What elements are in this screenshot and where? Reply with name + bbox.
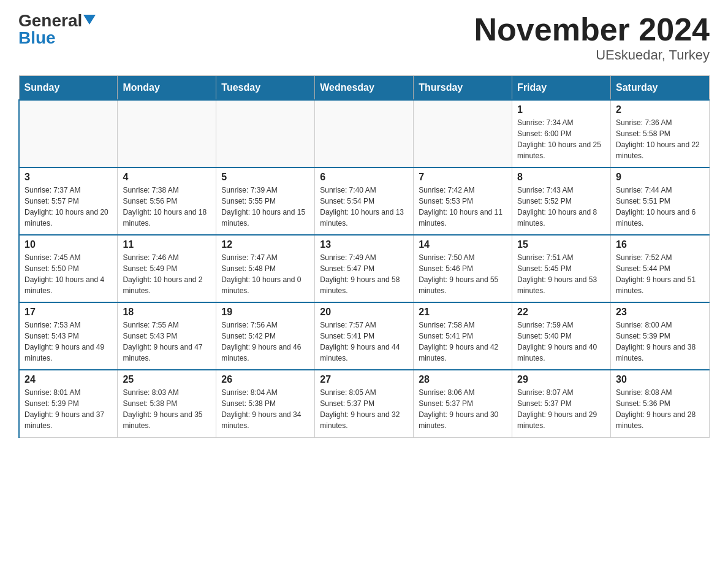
calendar-cell: 2Sunrise: 7:36 AMSunset: 5:58 PMDaylight… <box>611 100 710 167</box>
calendar-cell: 15Sunrise: 7:51 AMSunset: 5:45 PMDayligh… <box>512 235 611 302</box>
day-number: 1 <box>517 104 605 115</box>
weekday-header-monday: Monday <box>118 76 216 101</box>
location-title: UEskuedar, Turkey <box>474 47 710 63</box>
calendar-cell: 8Sunrise: 7:43 AMSunset: 5:52 PMDaylight… <box>512 167 611 235</box>
calendar-cell: 4Sunrise: 7:38 AMSunset: 5:56 PMDaylight… <box>118 167 216 235</box>
calendar-cell: 16Sunrise: 7:52 AMSunset: 5:44 PMDayligh… <box>611 235 710 302</box>
day-number: 11 <box>123 239 211 250</box>
day-number: 23 <box>616 307 704 318</box>
day-number: 22 <box>517 307 605 318</box>
day-number: 19 <box>221 307 309 318</box>
calendar-cell: 28Sunrise: 8:06 AMSunset: 5:37 PMDayligh… <box>414 370 512 437</box>
calendar-cell <box>414 100 512 167</box>
day-info: Sunrise: 8:01 AMSunset: 5:39 PMDaylight:… <box>25 387 112 431</box>
day-info: Sunrise: 7:50 AMSunset: 5:46 PMDaylight:… <box>419 252 507 296</box>
day-number: 3 <box>25 172 112 183</box>
calendar-cell: 12Sunrise: 7:47 AMSunset: 5:48 PMDayligh… <box>216 235 315 302</box>
weekday-header-friday: Friday <box>512 76 611 101</box>
day-number: 15 <box>517 239 605 250</box>
week-row-5: 24Sunrise: 8:01 AMSunset: 5:39 PMDayligh… <box>19 370 710 437</box>
calendar-cell: 17Sunrise: 7:53 AMSunset: 5:43 PMDayligh… <box>19 302 118 370</box>
day-info: Sunrise: 7:37 AMSunset: 5:57 PMDaylight:… <box>25 185 112 229</box>
day-info: Sunrise: 7:53 AMSunset: 5:43 PMDaylight:… <box>25 320 112 364</box>
weekday-header-thursday: Thursday <box>414 76 512 101</box>
calendar-cell <box>19 100 118 167</box>
calendar-cell: 22Sunrise: 7:59 AMSunset: 5:40 PMDayligh… <box>512 302 611 370</box>
calendar-cell: 9Sunrise: 7:44 AMSunset: 5:51 PMDaylight… <box>611 167 710 235</box>
calendar-cell: 29Sunrise: 8:07 AMSunset: 5:37 PMDayligh… <box>512 370 611 437</box>
day-number: 12 <box>221 239 309 250</box>
logo-blue-text: Blue <box>18 29 56 47</box>
calendar-cell: 6Sunrise: 7:40 AMSunset: 5:54 PMDaylight… <box>315 167 414 235</box>
day-number: 25 <box>123 374 211 385</box>
weekday-header-tuesday: Tuesday <box>216 76 315 101</box>
calendar-cell: 25Sunrise: 8:03 AMSunset: 5:38 PMDayligh… <box>118 370 216 437</box>
title-area: November 2024 UEskuedar, Turkey <box>474 12 710 63</box>
day-info: Sunrise: 7:57 AMSunset: 5:41 PMDaylight:… <box>320 320 408 364</box>
day-number: 20 <box>320 307 408 318</box>
day-number: 4 <box>123 172 211 183</box>
logo: General Blue <box>18 12 96 47</box>
calendar-cell: 26Sunrise: 8:04 AMSunset: 5:38 PMDayligh… <box>216 370 315 437</box>
day-info: Sunrise: 7:39 AMSunset: 5:55 PMDaylight:… <box>221 185 309 229</box>
day-number: 6 <box>320 172 408 183</box>
day-info: Sunrise: 8:05 AMSunset: 5:37 PMDaylight:… <box>320 387 408 431</box>
calendar-cell <box>216 100 315 167</box>
day-number: 16 <box>616 239 704 250</box>
day-info: Sunrise: 7:55 AMSunset: 5:43 PMDaylight:… <box>123 320 211 364</box>
day-number: 21 <box>419 307 507 318</box>
day-info: Sunrise: 7:51 AMSunset: 5:45 PMDaylight:… <box>517 252 605 296</box>
day-info: Sunrise: 7:42 AMSunset: 5:53 PMDaylight:… <box>419 185 507 229</box>
calendar-cell: 23Sunrise: 8:00 AMSunset: 5:39 PMDayligh… <box>611 302 710 370</box>
day-info: Sunrise: 8:07 AMSunset: 5:37 PMDaylight:… <box>517 387 605 431</box>
week-row-1: 1Sunrise: 7:34 AMSunset: 6:00 PMDaylight… <box>19 100 710 167</box>
day-info: Sunrise: 7:38 AMSunset: 5:56 PMDaylight:… <box>123 185 211 229</box>
calendar-cell: 21Sunrise: 7:58 AMSunset: 5:41 PMDayligh… <box>414 302 512 370</box>
calendar-cell: 7Sunrise: 7:42 AMSunset: 5:53 PMDaylight… <box>414 167 512 235</box>
day-info: Sunrise: 7:40 AMSunset: 5:54 PMDaylight:… <box>320 185 408 229</box>
day-number: 29 <box>517 374 605 385</box>
calendar-cell: 11Sunrise: 7:46 AMSunset: 5:49 PMDayligh… <box>118 235 216 302</box>
day-number: 10 <box>25 239 112 250</box>
week-row-3: 10Sunrise: 7:45 AMSunset: 5:50 PMDayligh… <box>19 235 710 302</box>
calendar-cell <box>315 100 414 167</box>
day-number: 28 <box>419 374 507 385</box>
day-number: 14 <box>419 239 507 250</box>
day-info: Sunrise: 7:56 AMSunset: 5:42 PMDaylight:… <box>221 320 309 364</box>
page-header: General Blue November 2024 UEskuedar, Tu… <box>18 12 710 63</box>
week-row-2: 3Sunrise: 7:37 AMSunset: 5:57 PMDaylight… <box>19 167 710 235</box>
day-number: 26 <box>221 374 309 385</box>
calendar-cell: 24Sunrise: 8:01 AMSunset: 5:39 PMDayligh… <box>19 370 118 437</box>
day-info: Sunrise: 8:06 AMSunset: 5:37 PMDaylight:… <box>419 387 507 431</box>
day-info: Sunrise: 7:58 AMSunset: 5:41 PMDaylight:… <box>419 320 507 364</box>
calendar-cell: 3Sunrise: 7:37 AMSunset: 5:57 PMDaylight… <box>19 167 118 235</box>
day-number: 13 <box>320 239 408 250</box>
day-number: 30 <box>616 374 704 385</box>
day-info: Sunrise: 7:45 AMSunset: 5:50 PMDaylight:… <box>25 252 112 296</box>
day-number: 5 <box>221 172 309 183</box>
month-title: November 2024 <box>474 12 710 47</box>
day-info: Sunrise: 8:08 AMSunset: 5:36 PMDaylight:… <box>616 387 704 431</box>
day-info: Sunrise: 7:44 AMSunset: 5:51 PMDaylight:… <box>616 185 704 229</box>
day-number: 7 <box>419 172 507 183</box>
day-number: 18 <box>123 307 211 318</box>
day-info: Sunrise: 8:03 AMSunset: 5:38 PMDaylight:… <box>123 387 211 431</box>
calendar-cell: 5Sunrise: 7:39 AMSunset: 5:55 PMDaylight… <box>216 167 315 235</box>
logo-row: General <box>18 12 96 29</box>
week-row-4: 17Sunrise: 7:53 AMSunset: 5:43 PMDayligh… <box>19 302 710 370</box>
day-info: Sunrise: 7:47 AMSunset: 5:48 PMDaylight:… <box>221 252 309 296</box>
day-number: 17 <box>25 307 112 318</box>
day-number: 24 <box>25 374 112 385</box>
calendar-table: SundayMondayTuesdayWednesdayThursdayFrid… <box>18 75 710 438</box>
day-info: Sunrise: 7:43 AMSunset: 5:52 PMDaylight:… <box>517 185 605 229</box>
logo-general-text: General <box>18 12 82 29</box>
weekday-header-saturday: Saturday <box>611 76 710 101</box>
calendar-cell <box>118 100 216 167</box>
day-info: Sunrise: 7:52 AMSunset: 5:44 PMDaylight:… <box>616 252 704 296</box>
day-info: Sunrise: 7:49 AMSunset: 5:47 PMDaylight:… <box>320 252 408 296</box>
day-number: 27 <box>320 374 408 385</box>
day-info: Sunrise: 7:34 AMSunset: 6:00 PMDaylight:… <box>517 117 605 161</box>
calendar-cell: 27Sunrise: 8:05 AMSunset: 5:37 PMDayligh… <box>315 370 414 437</box>
day-number: 9 <box>616 172 704 183</box>
weekday-header-row: SundayMondayTuesdayWednesdayThursdayFrid… <box>19 76 710 101</box>
